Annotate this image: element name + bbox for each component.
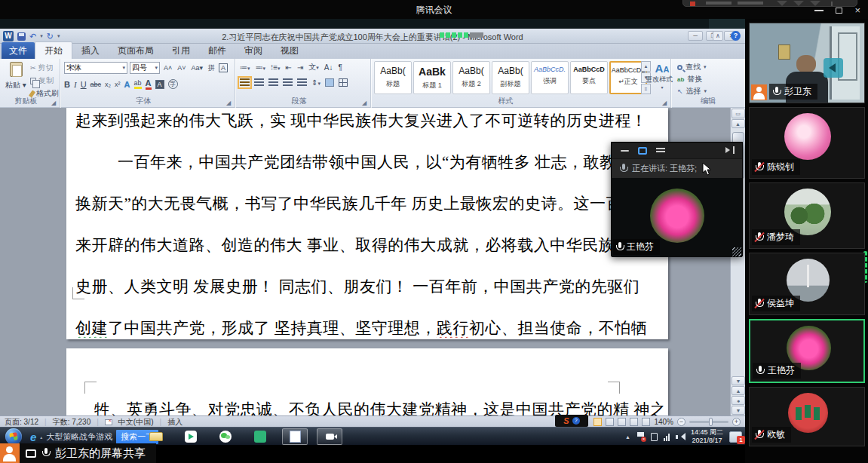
align-right-button[interactable] — [268, 78, 278, 87]
previous-page-icon[interactable]: ▲ — [732, 386, 745, 395]
taskbar-clock[interactable]: 14:45 周二2021/8/17 — [691, 428, 723, 445]
document-page-2[interactable]: 牲、英勇斗争、对党忠诚、不负人民的伟大建党精神，这是中国共产党的精 神之 — [66, 348, 668, 415]
shading-icon[interactable] — [325, 78, 334, 87]
pip-layout-icon[interactable] — [638, 147, 647, 155]
tab-引用[interactable]: 引用 — [163, 42, 199, 59]
font-name-combo[interactable]: 宋体▾ — [64, 62, 127, 74]
replace-button[interactable]: ab替换 — [677, 74, 702, 84]
fullscreen-reading-view-button[interactable] — [606, 418, 614, 426]
show-marks-icon[interactable]: ¶ — [339, 63, 342, 72]
tab-插入[interactable]: 插入 — [72, 42, 109, 59]
text-effects-icon[interactable]: A — [124, 80, 130, 89]
bold-button[interactable]: B — [64, 80, 70, 89]
line-spacing-icon[interactable]: ⇕▾ — [311, 78, 321, 87]
taskbar-tencent-meeting-button[interactable] — [317, 428, 342, 445]
shrink-font-icon[interactable]: A˅ — [176, 63, 187, 72]
copy-button[interactable]: 复制 — [30, 75, 59, 86]
tab-文件[interactable]: 文件 — [2, 42, 35, 59]
word-count[interactable]: 字数: 7,230 — [53, 417, 91, 428]
font-dialog-launcher[interactable]: ◢ — [226, 100, 233, 106]
change-styles-button[interactable]: AA 更改样式 ▾ — [655, 62, 670, 90]
enclose-characters-icon[interactable]: 字 — [168, 79, 178, 89]
distribute-button[interactable] — [297, 78, 307, 87]
tab-审阅[interactable]: 审阅 — [235, 42, 271, 59]
asian-layout-icon[interactable]: 文▾ — [308, 62, 319, 72]
subscript-button[interactable]: x₂ — [105, 81, 111, 88]
align-center-button[interactable] — [254, 78, 264, 87]
paste-button[interactable]: 粘贴 ▾ — [4, 62, 28, 90]
taskbar-search-band[interactable]: e ▴ 大型策略战争游戏 搜索一下 — [30, 429, 158, 444]
justify-button[interactable] — [283, 78, 293, 87]
tab-邮件[interactable]: 邮件 — [199, 42, 235, 59]
tray-app-icon[interactable] — [651, 433, 658, 441]
cut-button[interactable]: ✂剪切 — [30, 63, 59, 73]
sort-icon[interactable]: A↓ — [324, 63, 333, 72]
participant-tile-潘梦琦[interactable]: 潘梦琦 — [749, 182, 865, 249]
style-chip-4[interactable]: AaBb(副标题 — [492, 61, 529, 94]
character-shading-icon[interactable]: A — [155, 80, 164, 89]
document-page-1[interactable]: 起来到强起来的伟大飞跃，实 现中华民族伟大复兴进入了不可逆转的历史进程！一百年来… — [66, 108, 668, 339]
word-minimize-button[interactable]: ─ — [688, 31, 703, 41]
highlight-color-icon[interactable]: ab — [134, 79, 142, 89]
character-border-icon[interactable]: A — [219, 63, 228, 72]
taskbar-explorer-button[interactable] — [143, 428, 169, 445]
style-chip-3[interactable]: AaBb(标题 2 — [452, 61, 490, 94]
print-layout-view-button[interactable] — [593, 418, 602, 426]
participant-tile-彭卫东[interactable]: 彭卫东 — [749, 23, 865, 103]
clipboard-dialog-launcher[interactable]: ◢ — [51, 100, 58, 106]
zoom-slider-thumb[interactable] — [709, 418, 713, 426]
increase-indent-icon[interactable]: ⇥ — [297, 63, 303, 72]
meeting-maximize-button[interactable] — [836, 8, 842, 14]
action-center-icon[interactable] — [636, 432, 645, 441]
minimize-ribbon-icon[interactable]: ∧ — [713, 31, 723, 41]
select-button[interactable]: ↖选择▾ — [677, 86, 707, 97]
start-button[interactable] — [5, 428, 22, 445]
numbering-icon[interactable]: ≕▾ — [256, 63, 266, 72]
taskbar-wechat-button[interactable] — [213, 428, 238, 445]
pip-list-icon[interactable] — [656, 148, 665, 154]
style-chip-2[interactable]: AaBk标题 1 — [413, 61, 451, 94]
network-icon[interactable] — [664, 433, 670, 441]
notification-icon[interactable]: 1 — [729, 431, 742, 443]
taskbar-word-button[interactable] — [282, 428, 308, 445]
participant-tile-王艳芬[interactable]: 王艳芬 — [749, 319, 865, 383]
style-chip-6[interactable]: AaBbCcD要点 — [570, 61, 608, 94]
help-icon[interactable]: ? — [731, 31, 741, 41]
hide-sidebar-icon[interactable] — [824, 58, 843, 78]
ruler-toggle-icon[interactable]: ▭ — [732, 109, 745, 118]
multilevel-list-icon[interactable]: ⁝≡▾ — [271, 63, 281, 72]
taskbar-tencent-video-button[interactable] — [178, 428, 204, 445]
zoom-level[interactable]: 140% — [654, 418, 673, 426]
styles-dialog-launcher[interactable]: ◢ — [662, 100, 669, 106]
draft-view-button[interactable] — [642, 418, 650, 426]
underline-button[interactable]: U — [81, 80, 87, 89]
tab-视图[interactable]: 视图 — [271, 42, 308, 59]
pip-minimize-icon[interactable] — [621, 150, 629, 152]
outline-view-button[interactable] — [630, 418, 638, 426]
grow-font-icon[interactable]: A˄ — [162, 63, 173, 72]
participant-tile-侯益坤[interactable]: 侯益坤 — [749, 253, 865, 315]
participant-tile-欧敏[interactable]: 欧敏 — [749, 387, 865, 446]
font-color-icon[interactable]: A — [146, 78, 152, 90]
pip-video-overlay[interactable]: 正在讲话: 王艳芬; 王艳芬 — [611, 142, 743, 256]
styles-gallery-expand-icon[interactable]: ≡ — [641, 84, 651, 94]
paragraph-dialog-launcher[interactable]: ◢ — [362, 100, 369, 106]
scroll-up-icon[interactable]: ▲ — [732, 119, 745, 128]
page-indicator[interactable]: 页面: 3/12 — [5, 417, 38, 428]
taskbar-pdf-reader-button[interactable] — [247, 428, 273, 445]
bullets-icon[interactable]: ≔▾ — [240, 63, 250, 72]
select-browse-object-icon[interactable]: ● — [732, 396, 745, 405]
styles-scroll-up-icon[interactable]: ▲ — [641, 61, 651, 72]
resize-handle[interactable] — [732, 247, 741, 256]
language-indicator[interactable]: 中文(中国) — [118, 417, 154, 428]
find-button[interactable]: 查找▾ — [677, 62, 707, 72]
phonetic-guide-icon[interactable]: 拼 — [207, 63, 216, 74]
tab-开始[interactable]: 开始 — [35, 41, 72, 59]
borders-icon[interactable] — [339, 78, 348, 87]
volume-icon[interactable] — [676, 433, 685, 441]
zoom-slider[interactable] — [689, 421, 728, 423]
align-left-button[interactable] — [240, 78, 250, 87]
change-case-icon[interactable]: Aa▾ — [190, 63, 205, 72]
zoom-in-button[interactable]: + — [732, 418, 741, 426]
microphone-icon[interactable] — [619, 164, 627, 174]
